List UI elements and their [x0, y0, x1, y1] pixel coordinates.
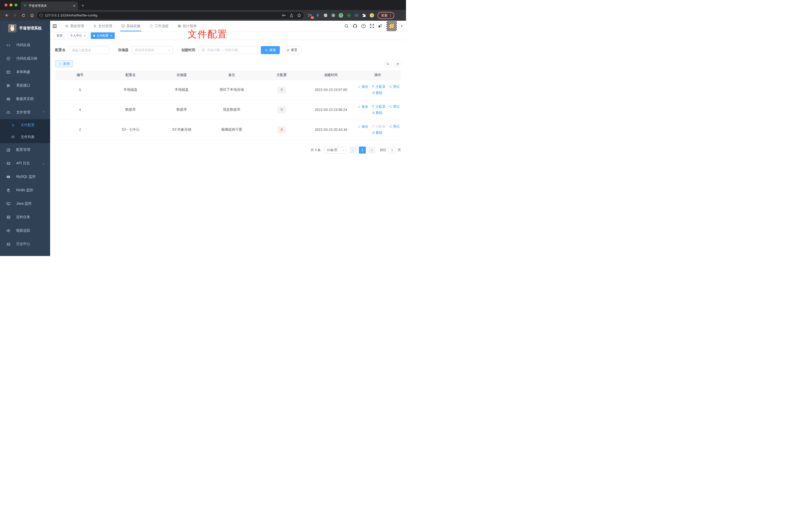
browser-menu-icon[interactable] — [390, 14, 391, 17]
search-toggle-button[interactable] — [384, 60, 391, 67]
extension-workflow-icon[interactable]: 11 — [308, 13, 312, 18]
sidebar-item-log-center[interactable]: 日志中心 — [0, 237, 50, 251]
password-key-icon[interactable] — [282, 13, 286, 18]
back-button[interactable] — [3, 12, 10, 19]
extension-green-y-icon[interactable]: y — [339, 13, 343, 18]
cell-name: S3 - 七牛云 — [105, 120, 156, 140]
table-header-row: 编号 配置名 存储器 备注 主配置 创建时间 操作 — [55, 70, 401, 80]
sidebar-item-trace[interactable]: 链路追踪 — [0, 224, 50, 237]
sidebar-item-label: 链路追踪 — [16, 228, 30, 233]
avatar[interactable] — [386, 21, 397, 31]
site-info-icon[interactable]: i — [39, 14, 43, 17]
edit-link[interactable]: 修改 — [358, 124, 368, 129]
extension-command-icon[interactable] — [323, 13, 328, 18]
test-link[interactable]: 测试 — [389, 104, 400, 109]
col-primary: 主配置 — [256, 70, 307, 80]
url-bar[interactable]: i 127.0.0.1:1024/infra/file/file-config — [37, 12, 304, 19]
browser-update-button[interactable]: 更新 — [378, 12, 394, 19]
reload-button[interactable] — [20, 12, 27, 19]
sidebar-item-cron-job[interactable]: 定时任务 — [0, 210, 50, 224]
sidebar-item-code-gen-example[interactable]: 代码生成示例 — [0, 52, 50, 65]
sidebar-item-mysql-monitor[interactable]: MySQL 监控 — [0, 170, 50, 183]
url-text[interactable]: 127.0.0.1:1024/infra/file/file-config — [45, 13, 280, 17]
sidebar-item-config-management[interactable]: 配置管理 — [0, 143, 50, 156]
github-icon[interactable] — [353, 24, 357, 28]
goto-page-input[interactable]: 1 — [388, 147, 396, 154]
search-button[interactable]: 搜索 — [261, 46, 280, 54]
tab-infrastructure[interactable]: 基础设施 — [117, 21, 145, 31]
avatar-dropdown-caret-icon[interactable]: ▼ — [401, 25, 403, 27]
tag-close-icon[interactable]: ✕ — [84, 34, 86, 37]
tab-system-management[interactable]: 系统管理 — [60, 21, 89, 31]
tab-close-icon[interactable]: ✕ — [73, 4, 76, 8]
font-size-icon[interactable] — [378, 24, 383, 28]
page-number-1[interactable]: 1 — [359, 147, 366, 154]
sidebar-item-label: 代码生成 — [16, 43, 30, 48]
fullscreen-icon[interactable] — [370, 24, 374, 28]
window-controls[interactable] — [4, 3, 18, 6]
sidebar-item-file-management[interactable]: 文件管理 ⌃ — [0, 106, 50, 119]
new-tab-button[interactable]: + — [82, 3, 84, 10]
extension-kite-icon[interactable] — [316, 13, 320, 18]
cell-actions: 修改 主配置 测试 删除 — [355, 80, 401, 100]
sidebar-item-java-monitor[interactable]: Java 监控 — [0, 197, 50, 210]
cell-storage: S3 对象存储 — [156, 120, 207, 140]
sidebar-item-api-log[interactable]: API 日志 ⌃ — [0, 156, 50, 170]
monitor-check-icon — [121, 24, 125, 28]
next-page-button[interactable]: › — [368, 147, 375, 154]
tab-report[interactable]: 统计报表 — [173, 21, 201, 31]
sidebar-item-form-builder[interactable]: 表单构建 — [0, 65, 50, 79]
sidebar-item-file-config[interactable]: 文件配置 — [0, 119, 50, 131]
delete-link[interactable]: 删除 — [372, 91, 382, 95]
test-link[interactable]: 测试 — [389, 85, 400, 89]
tag-profile[interactable]: 个人中心 ✕ — [67, 32, 88, 39]
extension-recorder-icon[interactable] — [331, 13, 336, 18]
tab-workflow[interactable]: 工作流程 — [145, 21, 173, 31]
close-window-button[interactable] — [4, 3, 7, 6]
cell-id: 5 — [55, 80, 105, 100]
master-config-link[interactable]: 主配置 — [372, 124, 386, 129]
bookmark-star-icon[interactable] — [297, 13, 301, 18]
zoom-window-button[interactable] — [14, 3, 18, 6]
minimize-window-button[interactable] — [9, 3, 12, 6]
extension-emoji-icon[interactable] — [370, 13, 374, 18]
extension-puzzle-icon[interactable] — [362, 13, 366, 18]
reset-button[interactable]: 重置 — [282, 46, 301, 54]
master-config-link[interactable]: 主配置 — [372, 104, 386, 109]
config-name-input[interactable] — [72, 48, 107, 52]
delete-link[interactable]: 删除 — [372, 111, 382, 115]
cell-id: 4 — [55, 100, 105, 120]
tag-home[interactable]: 首页 — [54, 32, 65, 39]
home-button[interactable] — [28, 12, 35, 19]
sidebar-logo[interactable]: 芋道管理系统 — [0, 21, 50, 35]
page-size-select[interactable]: 10条/页 ˅ — [324, 147, 347, 154]
sidebar-item-db-doc[interactable]: 数据库文档 — [0, 92, 50, 106]
add-button[interactable]: ＋ 新增 — [55, 60, 73, 67]
tag-file-config[interactable]: 文件配置 ✕ — [91, 32, 115, 39]
sidebar-item-code-gen[interactable]: 代码生成 — [0, 38, 50, 52]
extension-rings-icon[interactable] — [354, 13, 358, 18]
search-icon[interactable] — [344, 24, 349, 28]
tab-payment-management[interactable]: 支付管理 — [89, 21, 117, 31]
help-icon[interactable] — [361, 24, 366, 28]
sidebar-item-label: 定时任务 — [16, 215, 30, 219]
master-config-link[interactable]: 主配置 — [372, 85, 386, 89]
share-icon[interactable] — [290, 13, 293, 18]
extension-star-icon[interactable] — [346, 13, 351, 18]
prev-page-button[interactable]: ‹ — [349, 147, 356, 154]
test-link[interactable]: 测试 — [389, 124, 400, 129]
sidebar-item-file-list[interactable]: 文件列表 — [0, 131, 50, 143]
forward-button[interactable] — [11, 12, 19, 19]
sidebar-collapse-icon[interactable] — [50, 24, 60, 28]
tag-close-icon[interactable]: ✕ — [110, 34, 112, 37]
delete-link[interactable]: 删除 — [372, 131, 382, 135]
refresh-table-button[interactable] — [394, 60, 401, 67]
sidebar-item-system-api[interactable]: 系统接口 — [0, 79, 50, 92]
storage-select[interactable]: 请选择存储器 ˅ — [132, 46, 173, 54]
browser-tab[interactable]: 芋道管理系统 ✕ — [21, 1, 78, 10]
edit-link[interactable]: 修改 — [358, 85, 368, 89]
date-range-picker[interactable]: 开始日期 - 结束日期 — [199, 46, 258, 54]
edit-link[interactable]: 修改 — [358, 104, 368, 109]
sidebar-item-redis-monitor[interactable]: Redis 监控 — [0, 183, 50, 197]
primary-tag: 否 — [277, 87, 286, 93]
